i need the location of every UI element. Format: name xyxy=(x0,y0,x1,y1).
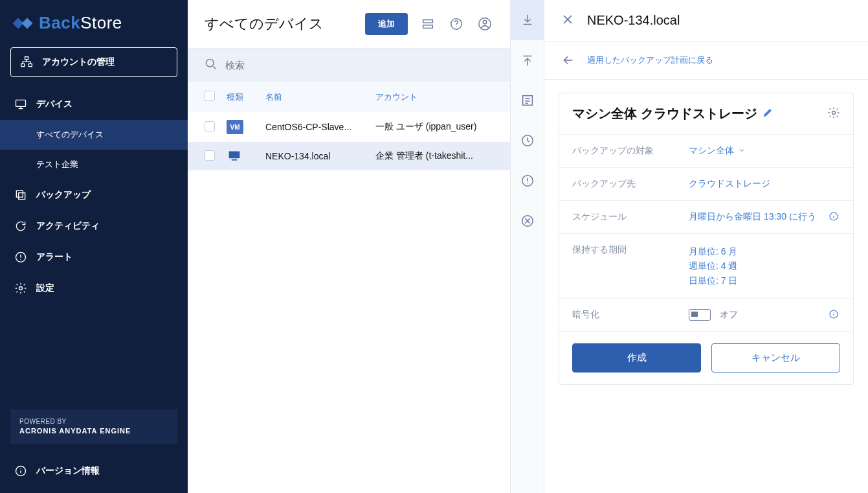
edit-icon[interactable] xyxy=(762,106,774,121)
device-account: 一般 ユーザ (ippan_user) xyxy=(375,121,493,133)
nav-settings[interactable]: 設定 xyxy=(0,273,188,304)
brand[interactable]: BackStore xyxy=(0,13,188,47)
sitemap-icon xyxy=(20,56,33,69)
view-mode-icon[interactable] xyxy=(419,16,436,32)
svg-rect-3 xyxy=(16,100,26,106)
search-input[interactable] xyxy=(225,60,493,71)
prop-retention[interactable]: 保持する期間 月単位: 6 月 週単位: 4 週 日単位: 7 日 xyxy=(559,234,853,299)
nav-version[interactable]: バージョン情報 xyxy=(0,455,188,487)
powered-by: POWERED BY ACRONIS ANYDATA ENGINE xyxy=(10,409,177,444)
nav-alert[interactable]: アラート xyxy=(0,242,188,273)
panel-header: NEKO-134.local xyxy=(544,0,868,41)
col-account[interactable]: アカウント xyxy=(375,91,493,103)
rail-list[interactable] xyxy=(511,80,544,120)
info-icon xyxy=(14,464,27,477)
device-row[interactable]: VM CentOS6-CP-Slave... 一般 ユーザ (ippan_use… xyxy=(188,112,510,142)
monitor-icon xyxy=(14,98,27,111)
copy-icon xyxy=(14,189,27,201)
create-button[interactable]: 作成 xyxy=(572,343,701,373)
prop-destination[interactable]: バックアップ先 クラウドストレージ xyxy=(559,168,853,201)
svg-point-13 xyxy=(483,21,487,25)
encryption-toggle[interactable] xyxy=(689,309,711,321)
user-icon[interactable] xyxy=(476,16,493,32)
cancel-button[interactable]: キャンセル xyxy=(711,343,840,373)
search-row xyxy=(188,49,510,82)
search-icon xyxy=(205,58,217,73)
rail-warning[interactable] xyxy=(511,161,544,201)
action-rail xyxy=(511,0,544,493)
refresh-icon xyxy=(14,220,27,233)
rail-history[interactable] xyxy=(511,120,544,161)
nav-all-devices[interactable]: すべてのデバイス xyxy=(0,120,188,150)
row-checkbox[interactable] xyxy=(205,150,215,161)
help-icon[interactable] xyxy=(448,16,465,32)
card-settings-icon[interactable] xyxy=(827,106,840,121)
svg-point-14 xyxy=(206,60,214,67)
nav-activity[interactable]: アクティビティ xyxy=(0,211,188,242)
nav-devices[interactable]: デバイス xyxy=(0,89,188,120)
svg-point-21 xyxy=(832,111,836,115)
row-checkbox[interactable] xyxy=(205,121,215,132)
card-title: マシン全体 クラウドストレージ xyxy=(572,105,827,122)
svg-rect-10 xyxy=(423,25,433,29)
device-name: CentOS6-CP-Slave... xyxy=(265,122,375,132)
vm-icon: VM xyxy=(227,120,243,134)
chevron-down-icon xyxy=(738,146,746,156)
details-panel: NEKO-134.local 適用したバックアップ計画に戻る マシン全体 クラウ… xyxy=(544,0,868,493)
select-all-checkbox[interactable] xyxy=(205,91,215,101)
page-title: すべてのデバイス xyxy=(205,14,353,34)
svg-rect-1 xyxy=(21,64,25,67)
main-header: すべてのデバイス 追加 xyxy=(188,0,510,49)
svg-rect-16 xyxy=(232,159,237,161)
device-row[interactable]: NEKO-134.local 企業 管理者 (t-takeshit... xyxy=(188,142,510,170)
svg-rect-0 xyxy=(25,57,28,60)
add-button[interactable]: 追加 xyxy=(365,13,408,35)
backup-plan-card: マシン全体 クラウドストレージ バックアップの対象 マシン全体 バックアップ先 xyxy=(559,93,854,385)
nav-backup[interactable]: バックアップ xyxy=(0,179,188,211)
close-icon[interactable] xyxy=(561,13,574,28)
prop-encryption[interactable]: 暗号化 オフ xyxy=(559,299,853,332)
device-account: 企業 管理者 (t-takeshit... xyxy=(375,150,493,162)
gear-icon xyxy=(14,282,27,295)
col-name[interactable]: 名前 xyxy=(265,91,375,103)
rail-upload[interactable] xyxy=(511,40,544,80)
svg-rect-2 xyxy=(28,64,32,67)
rail-download[interactable] xyxy=(511,0,544,40)
rail-cancel[interactable] xyxy=(511,201,544,241)
svg-rect-9 xyxy=(423,20,433,23)
nav-test-company[interactable]: テスト企業 xyxy=(0,150,188,179)
list-header: 種類 名前 アカウント xyxy=(188,82,510,112)
sidebar: BackStore アカウントの管理 デバイス すべてのデバイス テスト企業 バ… xyxy=(0,0,188,493)
device-name: NEKO-134.local xyxy=(265,151,375,161)
brand-icon xyxy=(14,14,32,32)
back-to-plans[interactable]: 適用したバックアップ計画に戻る xyxy=(544,41,868,80)
col-type[interactable]: 種類 xyxy=(227,91,265,103)
info-icon[interactable] xyxy=(829,211,840,223)
info-icon[interactable] xyxy=(829,309,840,321)
prop-backup-target[interactable]: バックアップの対象 マシン全体 xyxy=(559,135,853,168)
alert-icon xyxy=(14,251,27,264)
prop-schedule[interactable]: スケジュール 月曜日から金曜日 13:30 に行う xyxy=(559,201,853,234)
pc-icon xyxy=(227,150,265,163)
svg-rect-5 xyxy=(19,193,25,200)
svg-point-7 xyxy=(19,287,23,290)
panel-title: NEKO-134.local xyxy=(587,13,680,28)
account-label: アカウントの管理 xyxy=(42,56,115,68)
svg-rect-15 xyxy=(229,152,240,159)
main: すべてのデバイス 追加 種類 名前 アカウント xyxy=(188,0,511,493)
account-manage-button[interactable]: アカウントの管理 xyxy=(10,47,177,77)
brand-text: BackStore xyxy=(39,13,122,33)
svg-rect-4 xyxy=(16,190,23,197)
